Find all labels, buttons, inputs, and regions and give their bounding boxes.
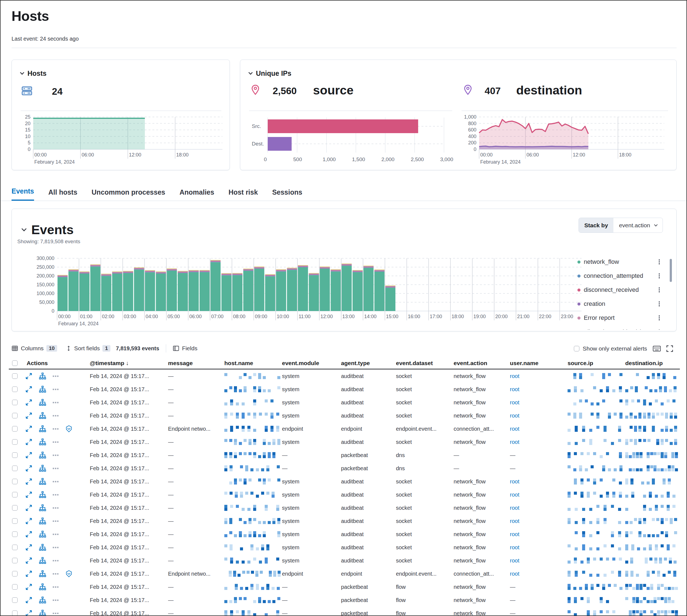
column-header-Actions[interactable]: Actions bbox=[25, 360, 90, 367]
expand-event-icon[interactable] bbox=[25, 531, 33, 538]
cell-user-name[interactable]: root bbox=[510, 492, 567, 498]
collapse-chevron-icon[interactable] bbox=[21, 226, 26, 231]
tab-all-hosts[interactable]: All hosts bbox=[48, 188, 78, 201]
cell-destination-ip[interactable] bbox=[625, 584, 679, 590]
row-checkbox[interactable] bbox=[12, 505, 18, 511]
cell-event-dataset[interactable]: socket bbox=[396, 492, 454, 498]
cell-host-name[interactable] bbox=[224, 399, 282, 405]
cell-user-name[interactable]: root bbox=[510, 426, 567, 432]
cell-message[interactable]: — bbox=[168, 584, 224, 590]
column-header-timestamp[interactable]: @timestamp ↓ bbox=[90, 360, 168, 367]
cell-message[interactable]: — bbox=[168, 597, 224, 603]
more-actions-icon[interactable] bbox=[53, 376, 59, 377]
cell-host-name[interactable] bbox=[224, 479, 282, 485]
legend-options-icon[interactable] bbox=[659, 329, 660, 330]
expand-event-icon[interactable] bbox=[25, 596, 33, 604]
cell-event-dataset[interactable]: dns bbox=[396, 452, 454, 458]
cell-event-action[interactable]: network_flow bbox=[454, 413, 510, 419]
expand-event-icon[interactable] bbox=[25, 438, 33, 445]
cell-message[interactable]: — bbox=[168, 386, 224, 393]
cell-agent-type[interactable]: auditbeat bbox=[341, 518, 396, 524]
cell-timestamp[interactable]: Feb 14, 2024 @ 15:17... bbox=[90, 492, 168, 498]
analyze-event-icon[interactable] bbox=[39, 518, 46, 525]
fullscreen-icon[interactable] bbox=[666, 345, 673, 352]
cell-event-action[interactable]: network_flow bbox=[454, 597, 510, 603]
cell-timestamp[interactable]: Feb 14, 2024 @ 15:17... bbox=[90, 452, 168, 458]
collapse-chevron-icon[interactable] bbox=[20, 70, 24, 75]
cell-event-module[interactable]: system bbox=[282, 492, 341, 498]
cell-event-action[interactable]: network_flow bbox=[454, 584, 510, 590]
cell-event-module[interactable]: system bbox=[282, 439, 341, 445]
cell-agent-type[interactable]: auditbeat bbox=[341, 439, 396, 445]
cell-source-ip[interactable] bbox=[567, 571, 625, 577]
cell-event-dataset[interactable]: socket bbox=[396, 413, 454, 419]
legend-label[interactable]: disconnect_received bbox=[584, 286, 656, 293]
cell-host-name[interactable] bbox=[224, 610, 282, 616]
cell-event-dataset[interactable]: socket bbox=[396, 505, 454, 511]
cell-event-module[interactable]: endpoint bbox=[282, 426, 341, 432]
cell-timestamp[interactable]: Feb 14, 2024 @ 15:17... bbox=[90, 531, 168, 537]
cell-host-name[interactable] bbox=[224, 426, 282, 432]
cell-agent-type[interactable]: packetbeat bbox=[341, 465, 396, 471]
cell-event-dataset[interactable]: socket bbox=[396, 531, 454, 537]
cell-source-ip[interactable] bbox=[567, 426, 625, 432]
cell-host-name[interactable] bbox=[224, 439, 282, 445]
cell-event-dataset[interactable]: flow bbox=[396, 610, 454, 616]
cell-timestamp[interactable]: Feb 14, 2024 @ 15:17... bbox=[90, 426, 168, 432]
cell-event-action[interactable]: network_flow bbox=[454, 399, 510, 406]
cell-agent-type[interactable]: auditbeat bbox=[341, 557, 396, 564]
column-header-sourceip[interactable]: source.ip bbox=[567, 360, 625, 367]
analyze-event-icon[interactable] bbox=[39, 399, 46, 406]
more-actions-icon[interactable] bbox=[53, 613, 59, 614]
cell-message[interactable]: — bbox=[168, 557, 224, 564]
cell-event-action[interactable]: — bbox=[454, 465, 510, 471]
row-checkbox[interactable] bbox=[12, 439, 18, 445]
cell-message[interactable]: — bbox=[168, 544, 224, 551]
cell-destination-ip[interactable] bbox=[625, 492, 679, 498]
cell-destination-ip[interactable] bbox=[625, 426, 679, 432]
cell-agent-type[interactable]: auditbeat bbox=[341, 413, 396, 419]
fields-button[interactable]: Fields bbox=[173, 345, 197, 352]
cell-source-ip[interactable] bbox=[567, 452, 625, 458]
expand-event-icon[interactable] bbox=[25, 491, 33, 498]
analyze-event-icon[interactable] bbox=[39, 386, 46, 393]
expand-event-icon[interactable] bbox=[25, 465, 33, 472]
cell-event-module[interactable]: system bbox=[282, 531, 341, 537]
expand-event-icon[interactable] bbox=[25, 610, 33, 616]
cell-host-name[interactable] bbox=[224, 505, 282, 511]
cell-user-name[interactable]: — bbox=[510, 610, 567, 616]
cell-event-action[interactable]: network_flow bbox=[454, 492, 510, 498]
cell-event-dataset[interactable]: socket bbox=[396, 518, 454, 524]
cell-event-dataset[interactable]: flow bbox=[396, 597, 454, 603]
more-actions-icon[interactable] bbox=[53, 534, 59, 535]
cell-user-name[interactable]: root bbox=[510, 544, 567, 551]
cell-event-action[interactable]: network_flow bbox=[454, 479, 510, 485]
columns-button[interactable]: Columns 10 bbox=[12, 345, 57, 352]
row-checkbox[interactable] bbox=[12, 518, 18, 524]
cell-event-action[interactable]: network_flow bbox=[454, 610, 510, 616]
more-actions-icon[interactable] bbox=[53, 455, 59, 456]
cell-message[interactable]: — bbox=[168, 465, 224, 471]
cell-event-action[interactable]: network_flow bbox=[454, 518, 510, 524]
legend-options-icon[interactable] bbox=[659, 302, 660, 306]
analyze-event-icon[interactable] bbox=[39, 583, 46, 591]
row-checkbox[interactable] bbox=[12, 545, 18, 550]
cell-destination-ip[interactable] bbox=[625, 557, 679, 564]
cell-destination-ip[interactable] bbox=[625, 373, 679, 379]
tab-events[interactable]: Events bbox=[12, 187, 34, 201]
cell-message[interactable]: — bbox=[168, 610, 224, 616]
cell-user-name[interactable]: — bbox=[510, 452, 567, 458]
cell-host-name[interactable] bbox=[224, 518, 282, 524]
expand-event-icon[interactable] bbox=[25, 544, 33, 551]
cell-destination-ip[interactable] bbox=[625, 597, 679, 603]
cell-event-action[interactable]: connection_att... bbox=[454, 571, 510, 577]
cell-source-ip[interactable] bbox=[567, 544, 625, 550]
cell-timestamp[interactable]: Feb 14, 2024 @ 15:17... bbox=[90, 584, 168, 590]
column-header-message[interactable]: message bbox=[168, 360, 224, 367]
cell-destination-ip[interactable] bbox=[625, 452, 679, 458]
cell-user-name[interactable]: root bbox=[510, 439, 567, 445]
expand-event-icon[interactable] bbox=[25, 386, 33, 393]
cell-timestamp[interactable]: Feb 14, 2024 @ 15:17... bbox=[90, 544, 168, 551]
analyze-event-icon[interactable] bbox=[39, 438, 46, 445]
analyze-event-icon[interactable] bbox=[39, 557, 46, 564]
